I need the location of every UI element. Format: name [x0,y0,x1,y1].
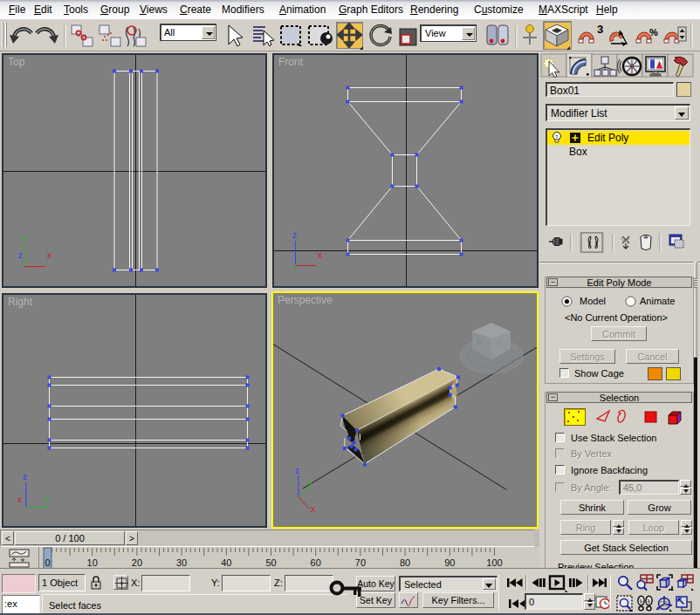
svg-text:40: 40 [221,557,231,568]
svg-text:20: 20 [132,557,142,568]
svg-text:y: y [21,232,25,242]
svg-text:90: 90 [444,557,455,568]
svg-text:y: y [45,494,50,503]
svg-text:0: 0 [45,557,50,568]
svg-text:x: x [17,495,22,504]
svg-text:50: 50 [265,557,276,568]
svg-text:z: z [23,472,27,482]
svg-text:z: z [18,250,23,260]
svg-text:z: z [295,466,299,475]
svg-text:%: % [649,27,658,38]
svg-text:10: 10 [87,557,98,568]
svg-text:70: 70 [355,557,366,568]
svg-text:60: 60 [311,557,321,568]
svg-text:100: 100 [486,557,502,568]
svg-text:x: x [318,250,322,260]
svg-text:3: 3 [597,23,603,36]
svg-text:30: 30 [176,557,187,568]
svg-text:x: x [47,250,51,260]
svg-text:y: y [308,478,312,488]
svg-text:x: x [311,504,315,514]
svg-text:80: 80 [400,557,410,568]
svg-text:z: z [292,230,297,240]
